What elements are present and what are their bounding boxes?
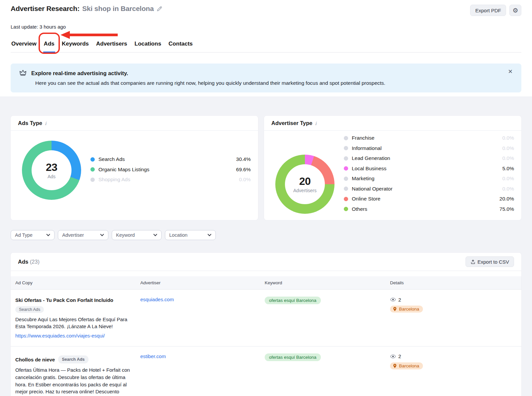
legend-dot — [344, 207, 348, 211]
legend-dot — [344, 197, 348, 201]
ads-table-card: Ads (23) Export to CSV Ad Copy Advertise… — [11, 253, 521, 396]
legend-item-lead-generation[interactable]: Lead Generation 0.0% — [344, 153, 514, 164]
location-pin-icon — [392, 307, 397, 312]
legend-dot — [344, 166, 348, 171]
gear-icon: ⚙ — [512, 7, 518, 14]
advertiser-type-title: Advertiser Type — [271, 120, 313, 126]
legend-item-franchise[interactable]: Franchise 0.0% — [344, 133, 514, 143]
ads-type-legend: Search Ads 30.4% Organic Maps Listings 6… — [90, 154, 251, 200]
ad-url-link[interactable]: https://www.esquiades.com/viajes-esqui/ — [15, 333, 105, 338]
info-banner: Explore real-time advertising activity. … — [11, 64, 521, 92]
advertisers-count-label: Advertisers — [293, 188, 317, 193]
chevron-down-icon — [207, 234, 211, 236]
table-row: Chollos de nieveSearch Ads Ofertas Últim… — [11, 346, 521, 396]
column-advertiser: Advertiser — [140, 280, 265, 285]
legend-dot — [344, 136, 348, 140]
views-count: 2 — [398, 297, 401, 303]
legend-item-search-ads[interactable]: Search Ads 30.4% — [90, 154, 251, 165]
legend-dot — [344, 177, 348, 181]
ad-description: Descubre Aquí Las Mejores Ofertas de Esq… — [15, 316, 131, 330]
column-keyword: Keyword — [265, 280, 390, 285]
eye-icon — [390, 297, 396, 303]
column-ad-copy: Ad Copy — [15, 280, 140, 285]
advertiser-link[interactable]: estiber.com — [140, 353, 166, 359]
tab-overview[interactable]: Overview — [11, 41, 37, 52]
advertiser-type-card: Advertiser Type i 20 Advertisers Franchi… — [264, 116, 521, 220]
tab-keywords[interactable]: Keywords — [61, 41, 89, 52]
legend-item-marketing[interactable]: Marketing 0.0% — [344, 174, 514, 184]
banner-close-icon[interactable]: ✕ — [508, 68, 513, 75]
content-area: Ads Type i 23 Ads Search Ads 30.4% — [0, 96, 532, 396]
chevron-down-icon — [153, 234, 157, 236]
ads-type-card: Ads Type i 23 Ads Search Ads 30.4% — [11, 116, 258, 220]
legend-item-others[interactable]: Others 75.0% — [344, 204, 514, 214]
keyword-pill[interactable]: ofertas esquí Barcelona — [265, 353, 321, 361]
settings-button[interactable]: ⚙ — [509, 5, 521, 16]
legend-dot — [344, 156, 348, 161]
tab-advertisers[interactable]: Advertisers — [95, 41, 128, 52]
ads-count-value: 23 — [46, 161, 58, 174]
page-header: Advertiser Research: Ski shop in Barcelo… — [0, 0, 532, 96]
ads-type-donut-chart: 23 Ads — [22, 141, 81, 200]
ads-table-title: Ads — [18, 259, 28, 265]
tab-ads[interactable]: Ads — [43, 41, 55, 53]
legend-dot — [90, 157, 95, 162]
filters-bar: Ad Type Advertiser Keyword Location — [11, 230, 521, 240]
edit-pencil-icon[interactable] — [156, 6, 163, 12]
crown-icon — [19, 69, 27, 77]
column-details: Details — [390, 280, 521, 285]
legend-item-shopping-ads[interactable]: Shopping Ads 0.0% — [90, 175, 251, 185]
upload-icon — [470, 259, 475, 264]
info-icon[interactable]: i — [315, 121, 317, 126]
legend-item-online-store[interactable]: Online Store 20.0% — [344, 194, 514, 204]
report-name: Ski shop in Barcelona — [82, 5, 154, 13]
legend-dot — [344, 187, 348, 191]
advertiser-link[interactable]: esquiades.com — [140, 297, 174, 302]
info-icon[interactable]: i — [45, 121, 46, 126]
ads-type-title: Ads Type — [18, 120, 42, 126]
chevron-down-icon — [100, 234, 104, 236]
tab-locations[interactable]: Locations — [134, 41, 162, 52]
annotation-arrow — [61, 31, 118, 40]
advertiser-filter[interactable]: Advertiser — [58, 230, 108, 240]
location-pin-icon — [392, 363, 397, 368]
legend-dot — [90, 167, 95, 172]
legend-item-local-business[interactable]: Local Business 5.0% — [344, 164, 514, 174]
page-title: Advertiser Research: Ski shop in Barcelo… — [11, 5, 163, 13]
ads-table-count: (23) — [30, 259, 40, 265]
location-pill[interactable]: Barcelona — [390, 306, 423, 313]
ad-type-filter[interactable]: Ad Type — [11, 230, 55, 240]
location-filter[interactable]: Location — [165, 230, 216, 240]
tab-bar: Overview Ads Keywords Advertisers Locati… — [11, 41, 521, 53]
legend-item-national-operator[interactable]: National Operator 0.0% — [344, 184, 514, 194]
ad-type-badge: Search Ads — [58, 355, 88, 364]
export-csv-button[interactable]: Export to CSV — [466, 256, 514, 267]
ad-type-badge: Search Ads — [15, 306, 44, 313]
legend-item-organic-maps[interactable]: Organic Maps Listings 69.6% — [90, 165, 251, 175]
table-header-row: Ad Copy Advertiser Keyword Details — [11, 276, 521, 290]
ad-title: Chollos de nieveSearch Ads — [15, 357, 88, 362]
last-update-text: Last update: 3 hours ago — [11, 24, 521, 30]
banner-title: Explore real-time advertising activity. — [31, 70, 128, 76]
table-row: Ski Ofertas - Tu Pack Con Forfait Inclui… — [11, 290, 521, 346]
advertiser-type-legend: Franchise 0.0% Informational 0.0% Lead G… — [344, 133, 514, 214]
legend-dot — [90, 178, 95, 182]
advertiser-type-donut-chart: 20 Advertisers — [275, 155, 334, 214]
location-pill[interactable]: Barcelona — [390, 362, 423, 369]
legend-item-informational[interactable]: Informational 0.0% — [344, 143, 514, 154]
tab-contacts[interactable]: Contacts — [168, 41, 194, 52]
views-count: 2 — [398, 353, 401, 359]
chevron-down-icon — [46, 234, 50, 236]
keyword-pill[interactable]: ofertas esquí Barcelona — [265, 297, 321, 304]
ads-count-label: Ads — [48, 174, 56, 179]
advertisers-count-value: 20 — [299, 175, 311, 188]
page-title-prefix: Advertiser Research: — [11, 5, 79, 13]
ad-description: Ofertas Última Hora — Packs de Hotel + F… — [15, 366, 131, 396]
banner-description: Here you can see the actual ads that com… — [35, 80, 513, 86]
eye-icon — [390, 353, 396, 359]
export-pdf-button[interactable]: Export PDF — [470, 5, 506, 16]
keyword-filter[interactable]: Keyword — [112, 230, 162, 240]
ad-title: Ski Ofertas - Tu Pack Con Forfait Inclui… — [15, 297, 113, 303]
legend-dot — [344, 146, 348, 150]
